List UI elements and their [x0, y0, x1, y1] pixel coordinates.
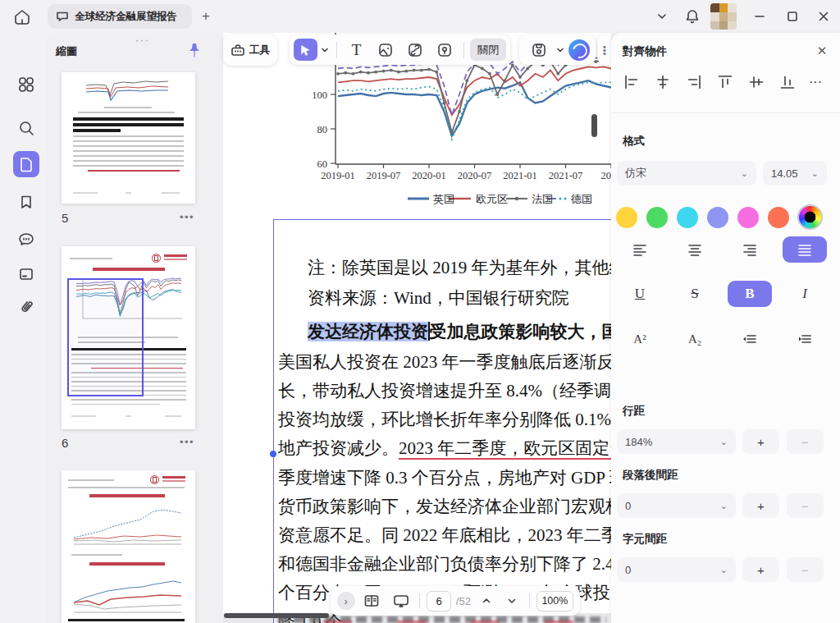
align-right-button[interactable]	[683, 71, 704, 93]
apps-grid-icon[interactable]	[13, 71, 39, 98]
bold-button[interactable]: B	[728, 281, 772, 307]
subscript-button[interactable]: A₂	[673, 326, 717, 352]
page-menu-dots[interactable]: •••	[180, 436, 194, 448]
align-left-button[interactable]	[621, 71, 641, 93]
color-swatch[interactable]	[707, 207, 728, 228]
outdent-button[interactable]	[728, 326, 772, 352]
viewport-indicator[interactable]	[67, 278, 144, 396]
chevron-down-icon[interactable]	[652, 7, 672, 26]
horizontal-scrollbar-thumb[interactable]	[224, 613, 329, 618]
indent-button[interactable]	[783, 326, 827, 352]
character-spacing-increase-button[interactable]: +	[742, 557, 779, 582]
document-text-line[interactable]: 和德国非金融企业部门负债率分别下降了 2.4 个、	[278, 552, 611, 576]
add-location-button[interactable]	[431, 39, 459, 61]
zoom-level-button[interactable]: 100%	[536, 591, 573, 612]
document-text-line[interactable]: 货币政策影响下，发达经济体企业部门宏观杠杆率	[278, 494, 611, 519]
document-text-line[interactable]: 季度增速下降 0.3 个百分点，房地产对 GDP 环比增	[278, 465, 611, 490]
minimize-button[interactable]	[750, 7, 769, 26]
pin-icon[interactable]	[185, 41, 203, 59]
tab-title: 全球经济金融展望报告	[75, 10, 177, 24]
strikethrough-button[interactable]: S	[673, 281, 717, 307]
color-swatch[interactable]	[768, 207, 789, 228]
more-align-options[interactable]: ···	[808, 71, 823, 93]
left-icon-rail	[0, 33, 46, 623]
document-text-line[interactable]: 长，带动私人投资增速提升至 8.4%（经季调后环比	[278, 378, 611, 403]
add-image-button[interactable]	[372, 39, 399, 61]
align-text-right-button[interactable]	[728, 236, 772, 263]
next-page-button[interactable]	[501, 590, 522, 612]
maximize-button[interactable]	[783, 7, 802, 26]
font-family-select[interactable]: 仿宋⌄	[617, 161, 756, 186]
paragraph-spacing-select[interactable]: 0⌄	[617, 493, 736, 518]
document-text-line[interactable]: 发达经济体投资受加息政策影响较大，国内投	[308, 319, 611, 344]
character-spacing-decrease-button[interactable]: −	[787, 557, 824, 582]
align-bottom-button[interactable]	[777, 71, 797, 93]
document-text-line[interactable]: 注：除英国是以 2019 年为基年外，其他经济	[308, 255, 611, 280]
select-tool-button[interactable]	[294, 39, 317, 61]
add-text-button[interactable]: T	[343, 39, 371, 61]
attachment-paperclip-icon[interactable]	[13, 294, 39, 320]
new-tab-button[interactable]: +	[197, 7, 215, 25]
underline-button[interactable]: U	[618, 281, 662, 307]
panel-drag-handle[interactable]: ···	[126, 34, 159, 46]
justify-text-button[interactable]	[783, 236, 827, 263]
expand-bar-button[interactable]: ›	[337, 592, 355, 610]
home-button[interactable]	[11, 7, 33, 28]
document-text-line[interactable]: 地产投资减少。2023 年二季度，欧元区固定资本形	[278, 436, 611, 460]
comments-icon[interactable]	[13, 227, 39, 253]
page-menu-dots[interactable]: •••	[180, 211, 194, 223]
file-extract-icon[interactable]	[13, 261, 39, 287]
save-dropdown[interactable]	[555, 46, 567, 54]
color-swatch[interactable]	[677, 207, 698, 228]
tools-button[interactable]: 工具	[223, 34, 277, 66]
bank-logo	[152, 254, 161, 263]
page-thumbnail-7[interactable]	[62, 470, 195, 623]
italic-button[interactable]: I	[783, 281, 827, 307]
font-size-select[interactable]: 14.05⌄	[763, 161, 827, 186]
line-spacing-increase-button[interactable]: +	[742, 429, 779, 454]
toolbar-overflow[interactable]: •••	[598, 34, 611, 65]
close-edit-mode-button[interactable]: 關閉	[470, 39, 506, 61]
align-top-button[interactable]	[714, 71, 735, 93]
select-tool-dropdown[interactable]	[319, 46, 331, 54]
ai-assistant-button[interactable]	[568, 39, 590, 61]
document-text-line[interactable]: 资意愿不足。同 2022 年底相比，2023 年二季度，	[278, 523, 611, 547]
document-text-line[interactable]: 美国私人投资在 2023 年一季度触底后逐渐反弹，三	[278, 350, 611, 374]
document-text-line[interactable]: 投资均放缓，环比增长折年率分别降低 0.1%和 3.	[278, 407, 611, 432]
line-spacing-select[interactable]: 184%⌄	[617, 429, 736, 454]
selection-handle[interactable]	[270, 451, 276, 457]
color-wheel-picker[interactable]	[797, 204, 823, 230]
bookmark-icon[interactable]	[13, 189, 39, 215]
align-middle-v-button[interactable]	[746, 71, 766, 93]
character-spacing-select[interactable]: 0⌄	[617, 557, 736, 582]
save-button[interactable]	[525, 39, 553, 61]
divider	[336, 42, 337, 58]
document-tab[interactable]: 全球经济金融展望报告	[48, 4, 192, 29]
previous-page-button[interactable]	[476, 590, 496, 612]
avatar[interactable]	[710, 3, 737, 30]
sidebar-item-thumbnails[interactable]	[13, 151, 39, 177]
paragraph-spacing-increase-button[interactable]: +	[742, 493, 779, 518]
vertical-scrollbar-thumb[interactable]	[591, 114, 597, 137]
search-icon[interactable]	[13, 115, 39, 141]
document-text-line[interactable]: 资料来源：Wind，中国银行研究院	[308, 286, 569, 310]
line-spacing-decrease-button[interactable]: −	[787, 429, 824, 454]
page-view-mode-button[interactable]	[360, 590, 384, 612]
current-page-input[interactable]: 6	[427, 591, 450, 612]
document-canvas[interactable]: 60801002019-012019-072020-012020-072021-…	[223, 33, 611, 623]
color-swatch[interactable]	[616, 207, 637, 228]
add-link-button[interactable]	[401, 39, 429, 61]
paragraph-spacing-decrease-button[interactable]: −	[787, 493, 824, 518]
superscript-button[interactable]: A²	[618, 326, 662, 352]
align-text-left-button[interactable]	[618, 236, 662, 263]
page-thumbnail-5[interactable]	[62, 72, 195, 204]
color-swatch[interactable]	[737, 207, 759, 228]
close-panel-icon[interactable]: ✕	[814, 43, 830, 59]
close-window-button[interactable]	[814, 7, 833, 26]
presentation-mode-button[interactable]	[389, 590, 413, 612]
notification-bell-icon[interactable]	[682, 7, 702, 26]
align-text-center-button[interactable]	[673, 236, 717, 263]
align-center-h-button[interactable]	[652, 71, 673, 93]
color-swatch[interactable]	[646, 207, 668, 228]
page-thumbnail-6[interactable]	[62, 246, 195, 429]
